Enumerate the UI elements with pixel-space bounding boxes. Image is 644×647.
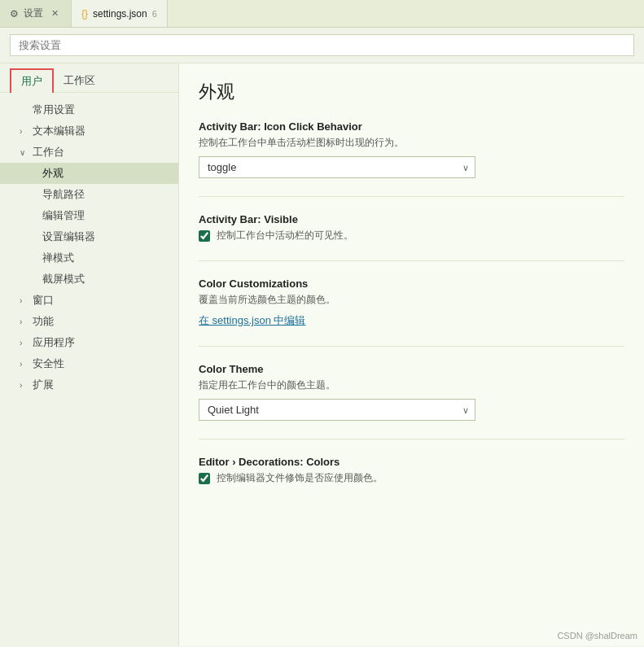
sidebar-item-breadcrumb[interactable]: 导航路径: [0, 184, 178, 205]
sidebar-item-zen-mode[interactable]: 禅模式: [0, 247, 178, 269]
color-theme-dropdown[interactable]: Quiet Light Dark+ Light+ Monokai Solariz…: [199, 399, 475, 421]
sidebar-item-security[interactable]: › 安全性: [0, 353, 178, 374]
sidebar-item-label: 截屏模式: [42, 272, 85, 286]
tab-workspace[interactable]: 工作区: [54, 68, 105, 92]
search-input[interactable]: [10, 34, 634, 56]
content-area: 外观 Activity Bar: Icon Click Behavior 控制在…: [179, 63, 644, 646]
dropdown-wrapper: Quiet Light Dark+ Light+ Monokai Solariz…: [199, 399, 475, 421]
checkbox-row: 控制编辑器文件修饰是否应使用颜色。: [199, 471, 624, 485]
setting-activity-bar-visible: Activity Bar: Visible 控制工作台中活动栏的可见性。: [199, 213, 624, 243]
sidebar-item-label: 常用设置: [33, 103, 75, 117]
sidebar: 用户 工作区 常用设置 › 文本编辑器 ∨ 工作台 外观: [0, 63, 179, 646]
sidebar-item-label: 设置编辑器: [42, 230, 95, 244]
activity-bar-click-dropdown[interactable]: toggle focus toggle and focus: [199, 156, 475, 178]
sidebar-item-editor-management[interactable]: 编辑管理: [0, 205, 178, 226]
setting-desc: 控制编辑器文件修饰是否应使用颜色。: [217, 471, 383, 485]
json-icon: {}: [81, 8, 88, 20]
tab-number: 6: [152, 9, 157, 19]
divider: [199, 196, 624, 197]
sidebar-item-label: 功能: [33, 314, 54, 329]
activity-bar-visible-checkbox[interactable]: [199, 230, 210, 242]
sidebar-item-application[interactable]: › 应用程序: [0, 332, 178, 353]
user-tabs: 用户 工作区: [0, 63, 178, 93]
tab-settings-close[interactable]: ✕: [48, 7, 61, 20]
settings-icon: ⚙: [10, 8, 19, 20]
sidebar-item-label: 文本编辑器: [33, 124, 85, 138]
divider: [199, 260, 624, 261]
sidebar-item-label: 编辑管理: [42, 208, 85, 223]
setting-desc: 控制在工作台中单击活动栏图标时出现的行为。: [199, 136, 624, 150]
sidebar-item-features[interactable]: › 功能: [0, 311, 178, 332]
sidebar-nav: 常用设置 › 文本编辑器 ∨ 工作台 外观 导航路径: [0, 93, 178, 402]
settings-json-link[interactable]: 在 settings.json 中编辑: [199, 314, 306, 326]
setting-activity-bar-click: Activity Bar: Icon Click Behavior 控制在工作台…: [199, 120, 624, 178]
sidebar-item-window[interactable]: › 窗口: [0, 290, 178, 311]
sidebar-item-extensions[interactable]: › 扩展: [0, 374, 178, 396]
page-title: 外观: [199, 80, 624, 104]
setting-desc: 控制工作台中活动栏的可见性。: [217, 229, 353, 243]
tab-bar: ⚙ 设置 ✕ {} settings.json 6: [0, 0, 644, 28]
tab-settings-json[interactable]: {} settings.json 6: [72, 0, 168, 27]
sidebar-item-label: 工作台: [33, 145, 64, 160]
setting-label: Activity Bar: Icon Click Behavior: [199, 120, 624, 133]
tab-user[interactable]: 用户: [10, 68, 54, 93]
setting-desc: 覆盖当前所选颜色主题的颜色。: [199, 293, 624, 307]
search-bar: [0, 28, 644, 63]
main-layout: 用户 工作区 常用设置 › 文本编辑器 ∨ 工作台 外观: [0, 63, 644, 646]
divider: [199, 346, 624, 347]
tab-settings-label: 设置: [24, 7, 43, 20]
sidebar-item-label: 安全性: [33, 356, 64, 371]
sidebar-item-label: 导航路径: [42, 187, 85, 202]
setting-color-theme: Color Theme 指定用在工作台中的颜色主题。 Quiet Light D…: [199, 363, 624, 421]
checkbox-row: 控制工作台中活动栏的可见性。: [199, 229, 624, 243]
tab-settings-json-label: settings.json: [93, 8, 147, 20]
sidebar-item-label: 窗口: [33, 293, 54, 308]
sidebar-item-label: 扩展: [33, 378, 54, 392]
chevron-down-icon: ∨: [20, 148, 29, 157]
sidebar-item-screencast-mode[interactable]: 截屏模式: [0, 269, 178, 290]
sidebar-item-common[interactable]: 常用设置: [0, 99, 178, 120]
setting-desc: 指定用在工作台中的颜色主题。: [199, 378, 624, 392]
chevron-right-icon: ›: [20, 317, 29, 326]
sidebar-item-settings-editor[interactable]: 设置编辑器: [0, 226, 178, 247]
watermark: CSDN @shalDream: [557, 631, 637, 640]
chevron-right-icon: ›: [20, 127, 29, 136]
link-container: 在 settings.json 中编辑: [199, 313, 306, 328]
chevron-right-icon: ›: [20, 360, 29, 369]
sidebar-item-label: 外观: [42, 166, 64, 181]
chevron-right-icon: ›: [20, 339, 29, 348]
setting-label: Color Theme: [199, 363, 624, 375]
editor-decorations-checkbox[interactable]: [199, 473, 210, 484]
chevron-right-icon: ›: [20, 381, 29, 390]
setting-color-customizations: Color Customizations 覆盖当前所选颜色主题的颜色。 在 se…: [199, 278, 624, 328]
sidebar-item-label: 禅模式: [42, 251, 74, 265]
sidebar-item-label: 应用程序: [33, 335, 75, 350]
tab-settings[interactable]: ⚙ 设置 ✕: [0, 0, 72, 27]
sidebar-item-text-editor[interactable]: › 文本编辑器: [0, 120, 178, 142]
chevron-right-icon: ›: [20, 296, 29, 305]
setting-label: Color Customizations: [199, 278, 624, 290]
sidebar-item-workbench[interactable]: ∨ 工作台: [0, 142, 178, 163]
divider: [199, 439, 624, 439]
sidebar-item-appearance[interactable]: 外观: [0, 163, 178, 184]
setting-label: Editor › Decorations: Colors: [199, 456, 624, 468]
setting-label: Activity Bar: Visible: [199, 213, 624, 225]
dropdown-wrapper: toggle focus toggle and focus ∨: [199, 156, 475, 178]
setting-editor-decorations: Editor › Decorations: Colors 控制编辑器文件修饰是否…: [199, 456, 624, 485]
